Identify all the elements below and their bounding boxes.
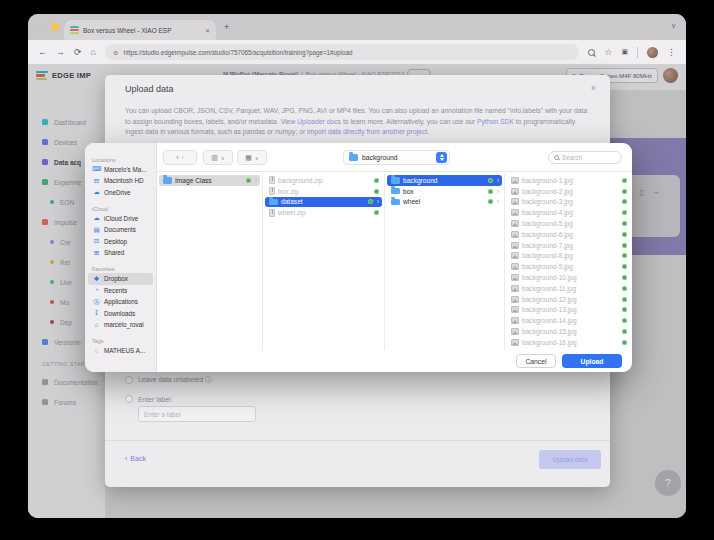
browser-menu-icon[interactable]: ⋮ <box>667 47 676 57</box>
column-view-icon: ▥ <box>211 154 218 162</box>
extensions-icon[interactable]: ▣ <box>621 48 628 56</box>
import-data-link[interactable]: import data directly from another projec… <box>307 128 427 135</box>
sync-badge-icon <box>622 221 627 226</box>
file-row[interactable]: background › <box>387 175 502 186</box>
browser-profile-avatar[interactable] <box>647 47 658 58</box>
url-bar[interactable]: ⚙ https://studio.edgeimpulse.com/studio/… <box>105 44 579 60</box>
finder-sidebar-label: iCloud Drive <box>104 215 138 222</box>
file-row[interactable]: background-10.jpg <box>507 272 630 283</box>
finder-sidebar-item[interactable]: Desktop <box>88 236 153 248</box>
chevron-right-icon: › <box>497 198 499 205</box>
sync-badge-icon <box>622 199 627 204</box>
finder-sidebar-item[interactable]: Tags <box>88 334 153 346</box>
document-icon <box>92 227 101 234</box>
search-icon[interactable] <box>588 49 595 56</box>
tab-close-icon[interactable]: ✕ <box>205 27 210 34</box>
finder-sidebar-item[interactable]: Favorites <box>88 262 153 274</box>
search-input[interactable] <box>562 154 616 161</box>
finder-sidebar-item[interactable]: iCloud <box>88 201 153 213</box>
python-sdk-link[interactable]: Python SDK <box>477 118 514 125</box>
reload-icon[interactable]: ⟳ <box>74 47 82 57</box>
dropdown-stepper-icon[interactable] <box>436 152 447 163</box>
finder-search-field[interactable] <box>548 151 622 164</box>
file-row[interactable]: background-13.jpg <box>507 305 630 316</box>
home-icon[interactable]: ⌂ <box>91 47 96 57</box>
file-row[interactable]: wheel.zip <box>265 207 382 218</box>
radio-icon[interactable] <box>125 376 133 384</box>
file-row[interactable]: background-8.jpg <box>507 251 630 262</box>
window-chevron-icon[interactable]: ∨ <box>671 22 676 30</box>
enter-label-radio[interactable]: Enter label: <box>125 395 172 403</box>
finder-sidebar-item[interactable]: Documents <box>88 224 153 236</box>
file-row[interactable]: background-14.jpg <box>507 315 630 326</box>
file-row[interactable]: background-6.jpg <box>507 229 630 240</box>
modal-close-icon[interactable]: × <box>591 83 596 93</box>
file-row[interactable]: box.zip <box>265 186 382 197</box>
finder-sidebar-item[interactable]: Dropbox <box>88 273 153 285</box>
file-row[interactable]: Image Class › <box>159 175 260 186</box>
sync-badge-icon <box>374 189 379 194</box>
close-window-button[interactable] <box>38 23 46 31</box>
finder-sidebar-label: Marcelo's Ma... <box>104 166 147 173</box>
image-icon <box>511 242 519 249</box>
file-row[interactable]: background-12.jpg <box>507 294 630 305</box>
browser-tab[interactable]: Box versus Wheel - XIAO ESP ✕ <box>64 20 216 40</box>
file-row[interactable]: background-16.jpg <box>507 337 630 348</box>
file-row[interactable]: dataset › <box>265 197 382 208</box>
sync-badge-icon <box>622 232 627 237</box>
file-row[interactable]: wheel › <box>387 197 502 208</box>
file-row[interactable]: background-2.jpg <box>507 186 630 197</box>
back-link[interactable]: ‹ Back <box>125 455 146 462</box>
label-input[interactable] <box>138 406 256 422</box>
column-view-button[interactable]: ▥ ∨ <box>203 150 233 165</box>
chevron-right-icon: › <box>497 188 499 195</box>
file-row[interactable]: background-4.jpg <box>507 207 630 218</box>
back-icon[interactable]: ‹ <box>176 154 178 161</box>
file-row[interactable]: background-1.jpg <box>507 175 630 186</box>
forward-icon[interactable]: → <box>56 47 65 57</box>
finder-sidebar-item[interactable]: OneDrive <box>88 187 153 199</box>
uploader-docs-link[interactable]: Uploader docs <box>297 118 341 125</box>
finder-sidebar-label: Desktop <box>104 238 127 245</box>
chevron-left-icon: ‹ <box>125 455 127 462</box>
folder-dropdown[interactable]: background <box>343 150 450 165</box>
finder-sidebar-item[interactable]: iCloud Drive <box>88 213 153 225</box>
cloud-icon <box>92 189 101 196</box>
finder-sidebar-item[interactable]: marcelo_rovai <box>88 319 153 331</box>
tab-bar: Box versus Wheel - XIAO ESP ✕ + ∨ <box>28 14 686 40</box>
file-row[interactable]: background-7.jpg <box>507 240 630 251</box>
finder-sidebar-item[interactable]: Shared <box>88 247 153 259</box>
file-row[interactable]: background.zip <box>265 175 382 186</box>
finder-sidebar-item[interactable]: Locations <box>88 152 153 164</box>
minimize-window-button[interactable] <box>51 23 59 31</box>
file-row[interactable]: background-11.jpg <box>507 283 630 294</box>
radio-icon[interactable] <box>125 395 133 403</box>
upload-button[interactable]: Upload <box>562 354 622 368</box>
upload-data-button[interactable]: Upload data <box>539 450 601 469</box>
file-label: background-10.jpg <box>522 274 577 281</box>
hard-drive-icon <box>92 178 101 185</box>
file-row[interactable]: background-9.jpg <box>507 261 630 272</box>
leave-unlabeled-radio[interactable]: Leave data unlabeled ⓘ <box>125 375 212 385</box>
new-tab-button[interactable]: + <box>224 22 229 32</box>
sync-badge-icon <box>374 210 379 215</box>
finder-sidebar-item[interactable]: Macintosh HD <box>88 175 153 187</box>
finder-sidebar-item[interactable]: Downloads <box>88 308 153 320</box>
forward-icon[interactable]: › <box>182 154 184 161</box>
home-icon <box>92 322 101 329</box>
sync-badge-icon <box>622 340 627 345</box>
file-row[interactable]: background-3.jpg <box>507 197 630 208</box>
finder-sidebar-item[interactable]: Marcelo's Ma... <box>88 164 153 176</box>
finder-sidebar-item[interactable]: Recents <box>88 285 153 297</box>
group-view-button[interactable]: ▦ ∨ <box>237 150 267 165</box>
file-row[interactable]: background-15.jpg <box>507 326 630 337</box>
back-icon[interactable]: ← <box>38 47 47 57</box>
file-row[interactable]: box › <box>387 186 502 197</box>
site-settings-icon[interactable]: ⚙ <box>113 49 118 56</box>
bookmark-star-icon[interactable]: ☆ <box>604 47 612 57</box>
cancel-button[interactable]: Cancel <box>516 354 556 368</box>
nav-buttons[interactable]: ‹ › <box>163 150 197 165</box>
file-row[interactable]: background-5.jpg <box>507 218 630 229</box>
finder-sidebar-item[interactable]: Applications <box>88 296 153 308</box>
image-icon <box>511 220 519 227</box>
